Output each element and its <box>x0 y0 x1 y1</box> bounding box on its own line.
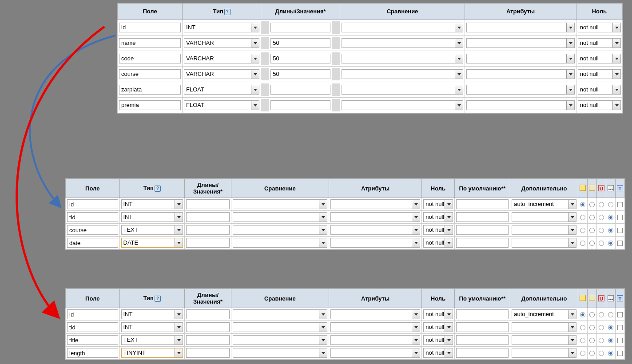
field-default-input[interactable] <box>456 238 509 248</box>
field-length-input[interactable] <box>186 335 230 345</box>
field-default-input[interactable] <box>456 225 509 235</box>
index-radio[interactable] <box>608 325 613 330</box>
field-collation-select[interactable] <box>233 322 327 332</box>
index-radio[interactable] <box>589 351 595 356</box>
index-radio[interactable] <box>599 338 604 343</box>
fulltext-checkbox[interactable] <box>617 338 623 343</box>
index-radio[interactable] <box>580 228 585 233</box>
index-radio[interactable] <box>580 325 585 330</box>
field-default-input[interactable] <box>456 199 509 209</box>
field-null-select[interactable]: not null <box>578 54 621 63</box>
field-collation-select[interactable] <box>233 238 327 248</box>
field-attributes-select[interactable] <box>330 335 420 345</box>
field-attributes-select[interactable] <box>330 199 420 209</box>
field-name-input[interactable] <box>67 238 118 248</box>
field-type-select[interactable]: INT <box>121 322 183 332</box>
field-extra-select[interactable] <box>512 238 576 248</box>
field-length-input[interactable] <box>270 38 330 48</box>
field-attributes-select[interactable] <box>330 348 420 358</box>
field-length-input[interactable] <box>270 100 330 110</box>
field-length-input[interactable] <box>186 212 230 222</box>
field-length-input[interactable] <box>270 54 330 63</box>
index-radio[interactable] <box>580 215 585 220</box>
field-collation-select[interactable] <box>233 348 327 358</box>
index-radio[interactable] <box>589 215 595 220</box>
field-length-input[interactable] <box>270 23 330 32</box>
field-extra-select[interactable]: auto_increment <box>512 309 576 319</box>
field-type-select[interactable]: VARCHAR <box>184 54 259 63</box>
field-attributes-select[interactable] <box>330 309 420 319</box>
field-null-select[interactable]: not null <box>423 238 453 248</box>
field-length-input[interactable] <box>186 238 230 248</box>
field-extra-select[interactable] <box>512 348 576 358</box>
field-collation-select[interactable] <box>233 199 327 209</box>
index-radio[interactable] <box>589 338 595 343</box>
help-icon[interactable]: ? <box>155 186 161 192</box>
field-null-select[interactable]: not null <box>423 322 453 332</box>
field-attributes-select[interactable] <box>466 38 574 48</box>
field-name-input[interactable] <box>119 85 181 95</box>
field-name-input[interactable] <box>119 100 181 110</box>
field-default-input[interactable] <box>456 335 509 345</box>
fulltext-checkbox[interactable] <box>617 215 623 220</box>
field-type-select[interactable]: TEXT <box>121 335 183 345</box>
field-collation-select[interactable] <box>342 100 464 110</box>
field-length-input[interactable] <box>186 199 230 209</box>
field-name-input[interactable] <box>119 69 181 79</box>
field-name-input[interactable] <box>119 38 181 48</box>
field-name-input[interactable] <box>67 348 118 358</box>
field-attributes-select[interactable] <box>466 100 574 110</box>
index-radio[interactable] <box>608 228 613 233</box>
field-type-select[interactable]: VARCHAR <box>184 69 259 79</box>
field-default-input[interactable] <box>456 309 509 319</box>
field-type-select[interactable]: TEXT <box>121 225 183 235</box>
index-radio[interactable] <box>580 312 585 317</box>
field-type-select[interactable]: INT <box>121 212 183 222</box>
field-name-input[interactable] <box>67 309 118 319</box>
field-collation-select[interactable] <box>233 335 327 345</box>
field-collation-select[interactable] <box>233 212 327 222</box>
index-radio[interactable] <box>580 202 585 207</box>
field-null-select[interactable]: not null <box>423 348 453 358</box>
field-collation-select[interactable] <box>342 54 464 63</box>
field-extra-select[interactable] <box>512 225 576 235</box>
field-default-input[interactable] <box>456 322 509 332</box>
index-radio[interactable] <box>589 228 595 233</box>
field-length-input[interactable] <box>270 85 330 95</box>
index-radio[interactable] <box>589 202 595 207</box>
field-attributes-select[interactable] <box>466 54 574 63</box>
fulltext-checkbox[interactable] <box>617 228 623 233</box>
field-type-select[interactable]: INT <box>184 23 259 32</box>
field-null-select[interactable]: not null <box>578 100 621 110</box>
field-attributes-select[interactable] <box>330 212 420 222</box>
field-attributes-select[interactable] <box>466 69 574 79</box>
field-null-select[interactable]: not null <box>578 23 621 32</box>
index-radio[interactable] <box>599 202 604 207</box>
field-name-input[interactable] <box>67 199 118 209</box>
field-collation-select[interactable] <box>342 23 464 32</box>
index-radio[interactable] <box>599 215 604 220</box>
field-collation-select[interactable] <box>342 69 464 79</box>
field-null-select[interactable]: not null <box>423 212 453 222</box>
index-radio[interactable] <box>599 312 604 317</box>
field-name-input[interactable] <box>67 335 118 345</box>
index-radio[interactable] <box>589 312 595 317</box>
field-default-input[interactable] <box>456 348 509 358</box>
field-null-select[interactable]: not null <box>423 309 453 319</box>
field-null-select[interactable]: not null <box>423 225 453 235</box>
fulltext-checkbox[interactable] <box>617 351 623 356</box>
index-radio[interactable] <box>589 325 595 330</box>
fulltext-checkbox[interactable] <box>617 202 623 207</box>
fulltext-checkbox[interactable] <box>617 241 623 246</box>
field-attributes-select[interactable] <box>466 85 574 95</box>
index-radio[interactable] <box>599 241 604 246</box>
field-null-select[interactable]: not null <box>578 69 621 79</box>
field-extra-select[interactable] <box>512 322 576 332</box>
field-collation-select[interactable] <box>342 85 464 95</box>
field-null-select[interactable]: not null <box>578 38 621 48</box>
index-radio[interactable] <box>580 338 585 343</box>
index-radio[interactable] <box>608 215 613 220</box>
index-radio[interactable] <box>599 351 604 356</box>
field-length-input[interactable] <box>186 348 230 358</box>
field-extra-select[interactable]: auto_increment <box>512 199 576 209</box>
